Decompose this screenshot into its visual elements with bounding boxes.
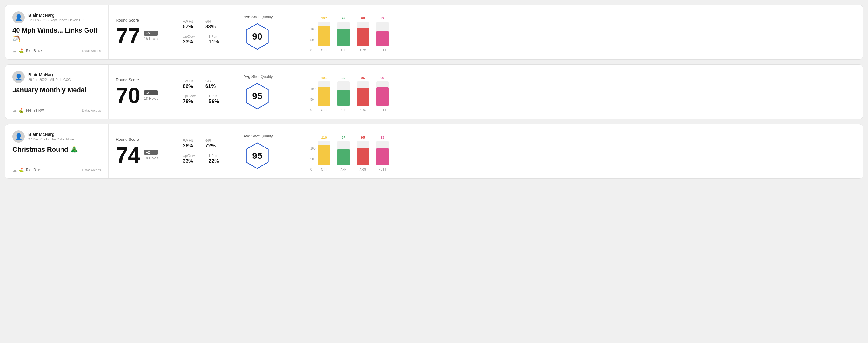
bar-value-label: 95 — [361, 136, 365, 139]
hexagon-value: 90 — [252, 31, 262, 42]
stats-row-top: FW Hit 36% GIR 72% — [183, 139, 229, 149]
stats-row-top: FW Hit 57% GIR 83% — [183, 20, 229, 30]
bar-fill — [338, 149, 350, 165]
card-chart-1: 100500 101 OTT 86 APP 96 ARG 99 PUTT — [303, 65, 863, 119]
round-card-0[interactable]: 👤 Blair McHarg 12 Feb 2022 · Royal North… — [5, 5, 863, 60]
bar-axis-label: ARG — [360, 49, 366, 52]
card-quality-2: Avg Shot Quality 95 — [236, 124, 303, 179]
bar-group-app: 95 APP — [338, 17, 350, 52]
bar-value-label: 93 — [381, 136, 384, 139]
stat-label-fw: FW Hit — [183, 139, 193, 142]
y-label-0: 0 — [310, 168, 316, 171]
player-header: 👤 Blair McHarg 27 Dec 2021 · The Oxfords… — [12, 130, 101, 143]
bar-wrapper — [318, 22, 330, 46]
bar-value-label: 95 — [342, 17, 345, 20]
bar-fill — [357, 28, 369, 46]
bar-wrapper — [338, 22, 350, 46]
tee-label: Tee: Yellow — [26, 108, 44, 113]
tee-label: Tee: Blue — [26, 168, 41, 172]
hexagon: 90 — [244, 23, 271, 50]
bar-value-label: 99 — [381, 76, 384, 80]
tee-icon: ⛳ — [19, 167, 24, 173]
bar-chart: 110 OTT 87 APP 95 ARG 93 PUTT — [318, 132, 389, 171]
bar-wrapper — [376, 141, 389, 165]
weather-icon: ☁ — [12, 48, 17, 53]
bar-group-ott: 107 OTT — [318, 17, 330, 52]
tee-info: ☁ ⛳ Tee: Blue — [12, 167, 41, 173]
y-label-100: 100 — [310, 147, 316, 150]
player-name: Blair McHarg — [28, 13, 84, 18]
tee-label: Tee: Black — [26, 49, 42, 53]
bar-group-putt: 82 PUTT — [376, 17, 389, 52]
score-holes: 18 Holes — [144, 37, 158, 41]
stat-value-updown: 33% — [183, 158, 196, 164]
stat-value-updown: 78% — [183, 98, 196, 104]
bar-group-arg: 96 ARG — [357, 76, 369, 112]
stats-row-bottom: Up/Down 78% 1 Putt 56% — [183, 94, 229, 104]
avatar-icon: 👤 — [15, 14, 23, 21]
y-label-50: 50 — [310, 38, 316, 42]
stat-gir: GIR 61% — [205, 79, 216, 89]
stat-fw-hit: FW Hit 36% — [183, 139, 193, 149]
hexagon-container: 90 — [244, 23, 271, 50]
card-stats-1: FW Hit 86% GIR 61% Up/Down 78% 1 Putt 56… — [176, 65, 236, 119]
bar-chart: 101 OTT 86 APP 96 ARG 99 PUTT — [318, 72, 389, 112]
stat-label-updown: Up/Down — [183, 35, 196, 38]
quality-label: Avg Shot Quality — [244, 134, 273, 138]
score-number: 74 — [116, 144, 140, 166]
stat-value-fw: 86% — [183, 83, 193, 89]
round-title: Christmas Round 🎄 — [12, 146, 101, 154]
card-footer: ☁ ⛳ Tee: Yellow Data: Arccos — [12, 108, 101, 113]
card-stats-0: FW Hit 57% GIR 83% Up/Down 33% 1 Putt 11… — [176, 5, 236, 59]
quality-label: Avg Shot Quality — [244, 74, 273, 79]
bar-wrapper — [357, 82, 369, 106]
y-label-0: 0 — [310, 49, 316, 52]
bar-value-label: 107 — [321, 17, 327, 20]
bar-chart-wrapper: 100500 101 OTT 86 APP 96 ARG 99 PUTT — [310, 72, 856, 112]
card-left-0: 👤 Blair McHarg 12 Feb 2022 · Royal North… — [5, 5, 108, 59]
stat-value-fw: 36% — [183, 143, 193, 149]
player-info: Blair McHarg 29 Jan 2022 · Mill Ride GCC — [28, 72, 70, 82]
hexagon-value: 95 — [252, 151, 262, 161]
hexagon-container: 95 — [244, 142, 271, 169]
hexagon-value: 95 — [252, 91, 262, 101]
stat-updown: Up/Down 33% — [183, 154, 196, 164]
weather-icon: ☁ — [12, 167, 17, 173]
round-card-2[interactable]: 👤 Blair McHarg 27 Dec 2021 · The Oxfords… — [5, 124, 863, 179]
bar-wrapper — [376, 22, 389, 46]
stat-label-fw: FW Hit — [183, 79, 193, 83]
card-left-2: 👤 Blair McHarg 27 Dec 2021 · The Oxfords… — [5, 124, 108, 179]
bar-axis-label: APP — [341, 108, 347, 112]
stat-value-oneputt: 11% — [209, 39, 219, 45]
bar-chart: 107 OTT 95 APP 98 ARG 82 PUTT — [318, 12, 389, 52]
player-info: Blair McHarg 27 Dec 2021 · The Oxfordshi… — [28, 132, 74, 141]
avatar-icon: 👤 — [15, 73, 23, 81]
bar-wrapper — [357, 141, 369, 165]
bar-group-app: 86 APP — [338, 76, 350, 112]
bar-value-label: 86 — [342, 76, 345, 80]
hexagon-container: 95 — [244, 83, 271, 110]
score-holes: 18 Holes — [144, 96, 158, 101]
bar-chart-wrapper: 100500 107 OTT 95 APP 98 ARG 82 PUTT — [310, 12, 856, 52]
y-label-0: 0 — [310, 108, 316, 112]
round-card-1[interactable]: 👤 Blair McHarg 29 Jan 2022 · Mill Ride G… — [5, 64, 863, 119]
card-quality-1: Avg Shot Quality 95 — [236, 65, 303, 119]
stat-value-gir: 83% — [205, 24, 216, 30]
stat-value-oneputt: 56% — [209, 98, 219, 104]
y-label-50: 50 — [310, 157, 316, 161]
player-header: 👤 Blair McHarg 29 Jan 2022 · Mill Ride G… — [12, 71, 101, 83]
avatar: 👤 — [12, 11, 25, 23]
card-footer: ☁ ⛳ Tee: Black Data: Arccos — [12, 48, 101, 53]
bar-value-label: 87 — [342, 136, 345, 139]
quality-label: Avg Shot Quality — [244, 14, 273, 19]
avatar-icon: 👤 — [15, 133, 23, 140]
stat-value-fw: 57% — [183, 24, 193, 30]
card-score-0: Round Score 77 +5 18 Holes — [108, 5, 176, 59]
bar-group-putt: 93 PUTT — [376, 136, 389, 171]
bar-value-label: 82 — [381, 17, 384, 20]
bar-axis-label: APP — [341, 49, 347, 52]
round-title: 40 Mph Winds... Links Golf 🪃 — [12, 27, 101, 42]
stat-label-oneputt: 1 Putt — [209, 94, 219, 98]
score-badge-block: +2 18 Holes — [144, 150, 158, 160]
stat-oneputt: 1 Putt 22% — [209, 154, 219, 164]
